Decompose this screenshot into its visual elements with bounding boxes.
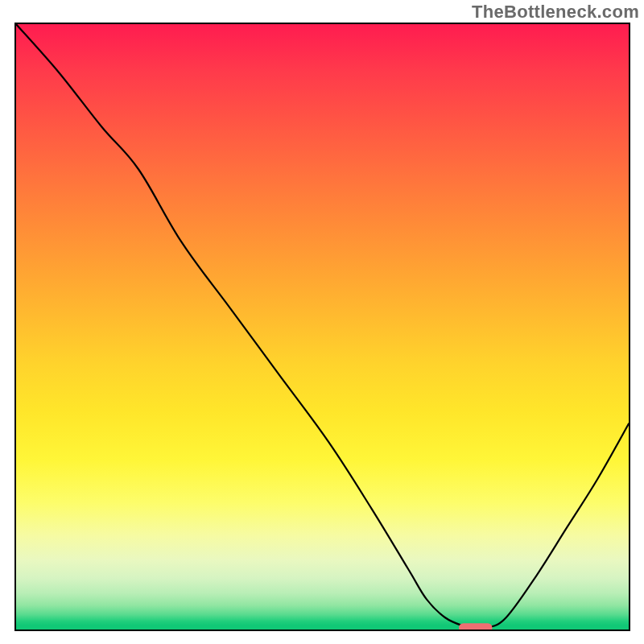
plot-area — [14, 23, 630, 631]
optimal-range-marker — [459, 623, 492, 630]
bottleneck-curve — [16, 24, 629, 629]
curve-layer — [16, 24, 629, 630]
chart-stage: TheBottleneck.com — [0, 0, 644, 644]
watermark-text: TheBottleneck.com — [472, 2, 639, 23]
